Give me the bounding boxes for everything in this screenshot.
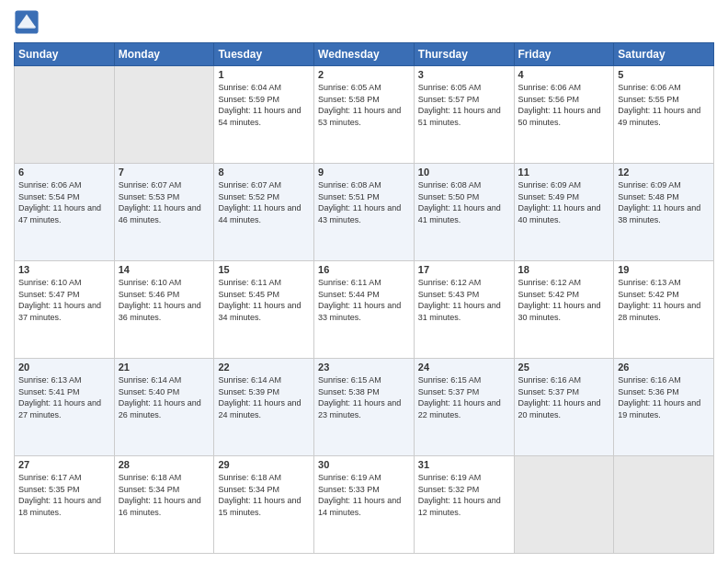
calendar-cell: 5Sunrise: 6:06 AMSunset: 5:55 PMDaylight… (614, 66, 714, 164)
week-row-3: 20Sunrise: 6:13 AMSunset: 5:41 PMDayligh… (15, 359, 714, 456)
day-number: 29 (218, 459, 310, 470)
day-info: Sunrise: 6:16 AMSunset: 5:37 PMDaylight:… (518, 374, 610, 420)
day-info: Sunrise: 6:05 AMSunset: 5:57 PMDaylight:… (418, 82, 510, 128)
calendar-cell: 21Sunrise: 6:14 AMSunset: 5:40 PMDayligh… (114, 359, 214, 456)
calendar-cell: 13Sunrise: 6:10 AMSunset: 5:47 PMDayligh… (15, 261, 115, 359)
day-number: 20 (18, 362, 110, 373)
weekday-header-sunday: Sunday (15, 43, 115, 66)
day-number: 21 (119, 362, 210, 373)
calendar-cell: 18Sunrise: 6:12 AMSunset: 5:42 PMDayligh… (514, 261, 614, 359)
logo-icon (14, 9, 40, 35)
day-number: 30 (318, 459, 410, 470)
day-info: Sunrise: 6:10 AMSunset: 5:46 PMDaylight:… (119, 277, 210, 323)
weekday-header-friday: Friday (514, 43, 614, 66)
week-row-0: 1Sunrise: 6:04 AMSunset: 5:59 PMDaylight… (15, 66, 714, 164)
calendar-cell: 10Sunrise: 6:08 AMSunset: 5:50 PMDayligh… (414, 164, 514, 261)
svg-rect-2 (17, 26, 36, 29)
calendar-cell: 14Sunrise: 6:10 AMSunset: 5:46 PMDayligh… (114, 261, 214, 359)
day-info: Sunrise: 6:09 AMSunset: 5:49 PMDaylight:… (518, 179, 610, 225)
day-number: 25 (518, 362, 610, 373)
calendar-cell: 27Sunrise: 6:17 AMSunset: 5:35 PMDayligh… (15, 456, 115, 554)
day-number: 16 (318, 264, 410, 275)
day-info: Sunrise: 6:07 AMSunset: 5:52 PMDaylight:… (218, 179, 310, 225)
calendar-cell: 7Sunrise: 6:07 AMSunset: 5:53 PMDaylight… (114, 164, 214, 261)
calendar-cell: 4Sunrise: 6:06 AMSunset: 5:56 PMDaylight… (514, 66, 614, 164)
day-info: Sunrise: 6:18 AMSunset: 5:34 PMDaylight:… (218, 472, 310, 518)
day-number: 15 (218, 264, 310, 275)
weekday-header-saturday: Saturday (614, 43, 714, 66)
day-info: Sunrise: 6:07 AMSunset: 5:53 PMDaylight:… (119, 179, 210, 225)
day-number: 31 (418, 459, 510, 470)
day-info: Sunrise: 6:04 AMSunset: 5:59 PMDaylight:… (218, 82, 310, 128)
day-number: 6 (18, 167, 110, 178)
calendar-cell (15, 66, 115, 164)
day-info: Sunrise: 6:12 AMSunset: 5:42 PMDaylight:… (518, 277, 610, 323)
calendar-cell (614, 456, 714, 554)
day-number: 13 (18, 264, 110, 275)
week-row-4: 27Sunrise: 6:17 AMSunset: 5:35 PMDayligh… (15, 456, 714, 554)
day-info: Sunrise: 6:15 AMSunset: 5:38 PMDaylight:… (318, 374, 410, 420)
day-info: Sunrise: 6:08 AMSunset: 5:51 PMDaylight:… (318, 179, 410, 225)
day-info: Sunrise: 6:06 AMSunset: 5:54 PMDaylight:… (18, 179, 110, 225)
day-info: Sunrise: 6:06 AMSunset: 5:55 PMDaylight:… (618, 82, 710, 128)
day-info: Sunrise: 6:08 AMSunset: 5:50 PMDaylight:… (418, 179, 510, 225)
weekday-header-monday: Monday (114, 43, 214, 66)
day-number: 19 (618, 264, 710, 275)
day-info: Sunrise: 6:09 AMSunset: 5:48 PMDaylight:… (618, 179, 710, 225)
day-info: Sunrise: 6:16 AMSunset: 5:36 PMDaylight:… (618, 374, 710, 420)
day-info: Sunrise: 6:14 AMSunset: 5:40 PMDaylight:… (119, 374, 210, 420)
calendar-cell: 8Sunrise: 6:07 AMSunset: 5:52 PMDaylight… (214, 164, 314, 261)
day-info: Sunrise: 6:11 AMSunset: 5:44 PMDaylight:… (318, 277, 410, 323)
day-number: 8 (218, 167, 310, 178)
day-info: Sunrise: 6:13 AMSunset: 5:42 PMDaylight:… (618, 277, 710, 323)
day-number: 22 (218, 362, 310, 373)
day-number: 12 (618, 167, 710, 178)
calendar-cell: 6Sunrise: 6:06 AMSunset: 5:54 PMDaylight… (15, 164, 115, 261)
logo (14, 9, 43, 35)
day-number: 11 (518, 167, 610, 178)
week-row-1: 6Sunrise: 6:06 AMSunset: 5:54 PMDaylight… (15, 164, 714, 261)
calendar-cell (514, 456, 614, 554)
day-number: 9 (318, 167, 410, 178)
calendar-cell: 19Sunrise: 6:13 AMSunset: 5:42 PMDayligh… (614, 261, 714, 359)
day-info: Sunrise: 6:10 AMSunset: 5:47 PMDaylight:… (18, 277, 110, 323)
day-info: Sunrise: 6:11 AMSunset: 5:45 PMDaylight:… (218, 277, 310, 323)
calendar-cell: 3Sunrise: 6:05 AMSunset: 5:57 PMDaylight… (414, 66, 514, 164)
day-number: 23 (318, 362, 410, 373)
calendar-cell: 12Sunrise: 6:09 AMSunset: 5:48 PMDayligh… (614, 164, 714, 261)
calendar-cell: 2Sunrise: 6:05 AMSunset: 5:58 PMDaylight… (314, 66, 415, 164)
day-info: Sunrise: 6:13 AMSunset: 5:41 PMDaylight:… (18, 374, 110, 420)
day-info: Sunrise: 6:12 AMSunset: 5:43 PMDaylight:… (418, 277, 510, 323)
day-number: 1 (218, 69, 310, 80)
day-number: 27 (18, 459, 110, 470)
calendar-cell: 24Sunrise: 6:15 AMSunset: 5:37 PMDayligh… (414, 359, 514, 456)
day-number: 24 (418, 362, 510, 373)
day-info: Sunrise: 6:18 AMSunset: 5:34 PMDaylight:… (119, 472, 210, 518)
calendar-table: SundayMondayTuesdayWednesdayThursdayFrid… (14, 42, 714, 554)
header (14, 9, 714, 35)
day-info: Sunrise: 6:15 AMSunset: 5:37 PMDaylight:… (418, 374, 510, 420)
day-info: Sunrise: 6:14 AMSunset: 5:39 PMDaylight:… (218, 374, 310, 420)
day-info: Sunrise: 6:19 AMSunset: 5:32 PMDaylight:… (418, 472, 510, 518)
day-info: Sunrise: 6:05 AMSunset: 5:58 PMDaylight:… (318, 82, 410, 128)
day-number: 17 (418, 264, 510, 275)
calendar-cell: 29Sunrise: 6:18 AMSunset: 5:34 PMDayligh… (214, 456, 314, 554)
weekday-header-tuesday: Tuesday (214, 43, 314, 66)
day-number: 5 (618, 69, 710, 80)
calendar-cell: 9Sunrise: 6:08 AMSunset: 5:51 PMDaylight… (314, 164, 415, 261)
calendar-cell: 23Sunrise: 6:15 AMSunset: 5:38 PMDayligh… (314, 359, 415, 456)
calendar-cell: 16Sunrise: 6:11 AMSunset: 5:44 PMDayligh… (314, 261, 415, 359)
calendar-cell: 20Sunrise: 6:13 AMSunset: 5:41 PMDayligh… (15, 359, 115, 456)
weekday-header-thursday: Thursday (414, 43, 514, 66)
day-number: 3 (418, 69, 510, 80)
day-number: 18 (518, 264, 610, 275)
calendar-cell: 25Sunrise: 6:16 AMSunset: 5:37 PMDayligh… (514, 359, 614, 456)
page: SundayMondayTuesdayWednesdayThursdayFrid… (0, 0, 728, 563)
calendar-cell: 30Sunrise: 6:19 AMSunset: 5:33 PMDayligh… (314, 456, 415, 554)
calendar-cell: 22Sunrise: 6:14 AMSunset: 5:39 PMDayligh… (214, 359, 314, 456)
day-info: Sunrise: 6:19 AMSunset: 5:33 PMDaylight:… (318, 472, 410, 518)
day-number: 4 (518, 69, 610, 80)
week-row-2: 13Sunrise: 6:10 AMSunset: 5:47 PMDayligh… (15, 261, 714, 359)
calendar-cell: 11Sunrise: 6:09 AMSunset: 5:49 PMDayligh… (514, 164, 614, 261)
day-number: 14 (119, 264, 210, 275)
